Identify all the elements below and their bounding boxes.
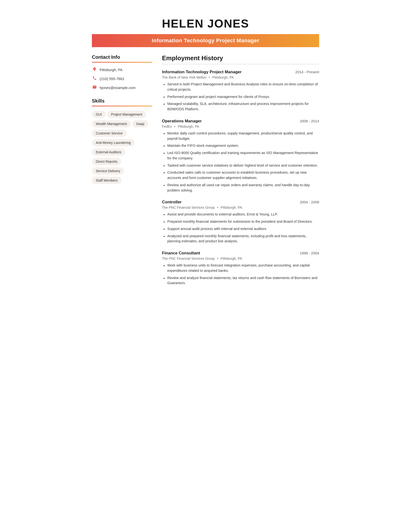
title-bar: Information Technology Project Manager: [92, 34, 319, 47]
skill-tag: GUI: [92, 111, 106, 118]
location-text: Pittsburgh, PA: [100, 68, 122, 72]
skill-tag: Staff Members: [92, 177, 121, 184]
email-icon: [92, 85, 97, 90]
resume-header: HELEN JONES Information Technology Proje…: [92, 10, 319, 47]
job-title: Finance Consultant: [162, 251, 200, 256]
job-bullet: Prepared monthly financial statements fo…: [162, 219, 319, 224]
job-header: Finance Consultant1998 - 2004: [162, 251, 319, 256]
job-company: FedEx • Pittsburgh, PA: [162, 124, 319, 128]
sidebar: Contact Info Pittsburgh, PA: [92, 54, 152, 186]
job-bullet: Tasked with customer service initiatives…: [162, 163, 319, 168]
employment-section-title: Employment History: [162, 54, 319, 62]
job-bullet: Managed scalability, SLA, architecture, …: [162, 101, 319, 112]
skills-section-title: Skills: [92, 98, 152, 104]
skill-tag: Gaap: [132, 120, 148, 127]
skill-tag: External Auditors: [92, 149, 125, 156]
job-title: Information Technology Project Manager: [162, 70, 242, 75]
job-dates: 2004 - 2008: [300, 200, 319, 204]
job-title: Operations Manager: [162, 119, 202, 124]
contact-location: Pittsburgh, PA: [92, 67, 152, 73]
skill-tag: Project Management: [107, 111, 146, 118]
skill-tag: Anti-Money Laundering: [92, 139, 135, 146]
job-bullets: Monitor daily cash control procedures, s…: [162, 131, 319, 193]
job-bullet: Assist and provide documents to external…: [162, 212, 319, 217]
skill-tag: Wealth Management: [92, 120, 131, 127]
job-bullet: Monitor daily cash control procedures, s…: [162, 131, 319, 142]
job-bullet: Served in both Project Management and Bu…: [162, 82, 319, 92]
job-header: Information Technology Project Manager20…: [162, 70, 319, 75]
job-dates: 1998 - 2004: [300, 251, 319, 255]
employment-divider: [162, 64, 319, 64]
skill-tag: Customer Service: [92, 130, 126, 137]
main-content: Employment History Information Technolog…: [162, 54, 319, 293]
job-bullet: Support annual audit process with intern…: [162, 226, 319, 232]
skill-tag: Direct Reports: [92, 158, 121, 165]
job-bullet: Performed program and project management…: [162, 94, 319, 100]
job-entry: Controller2004 - 2008The PNC Financial S…: [162, 200, 319, 244]
job-company: The PNC Financial Services Group • Pitts…: [162, 256, 319, 260]
contact-section-title: Contact Info: [92, 54, 152, 60]
phone-icon: [92, 76, 97, 82]
skill-tag: Service Delivery: [92, 167, 124, 175]
job-header: Controller2004 - 2008: [162, 200, 319, 205]
contact-divider: [92, 62, 152, 63]
contact-section: Contact Info Pittsburgh, PA: [92, 54, 152, 90]
job-bullet: Review and authorize all used car repair…: [162, 183, 319, 193]
job-bullets: Work with business units to forecast int…: [162, 263, 319, 286]
job-bullet: Review and analyze financial statements,…: [162, 276, 319, 286]
skills-list: GUIProject ManagementWealth ManagementGa…: [92, 111, 152, 186]
jobs-list: Information Technology Project Manager20…: [162, 70, 319, 286]
job-company: The Bank of New York Mellon • Pittsburgh…: [162, 76, 319, 79]
location-icon: [92, 67, 97, 73]
job-header: Operations Manager2008 - 2014: [162, 119, 319, 124]
contact-phone: (210) 555-7861: [92, 76, 152, 82]
email-text: hjones@example.com: [100, 86, 136, 90]
job-bullet: Analyzed and prepared monthly financial …: [162, 234, 319, 244]
job-dates: 2014 - Present: [295, 70, 319, 74]
candidate-name: HELEN JONES: [92, 10, 319, 34]
candidate-title: Information Technology Project Manager: [92, 38, 319, 44]
contact-email: hjones@example.com: [92, 85, 152, 90]
job-title: Controller: [162, 200, 182, 205]
job-entry: Finance Consultant1998 - 2004The PNC Fin…: [162, 251, 319, 286]
job-dates: 2008 - 2014: [300, 119, 319, 123]
phone-text: (210) 555-7861: [100, 77, 124, 81]
job-bullet: Conducted sales calls to customer accoun…: [162, 170, 319, 181]
skills-section: Skills GUIProject ManagementWealth Manag…: [92, 98, 152, 186]
main-layout: Contact Info Pittsburgh, PA: [92, 54, 319, 293]
job-bullets: Assist and provide documents to external…: [162, 212, 319, 244]
job-entry: Information Technology Project Manager20…: [162, 70, 319, 112]
skills-divider: [92, 106, 152, 106]
job-bullet: Maintain the FIFO stock management syste…: [162, 143, 319, 149]
job-company: The PNC Financial Services Group • Pitts…: [162, 206, 319, 209]
job-entry: Operations Manager2008 - 2014FedEx • Pit…: [162, 119, 319, 193]
job-bullet: Work with business units to forecast int…: [162, 263, 319, 274]
job-bullets: Served in both Project Management and Bu…: [162, 82, 319, 112]
job-bullet: Led ISO-9000 Quality certification and t…: [162, 150, 319, 161]
